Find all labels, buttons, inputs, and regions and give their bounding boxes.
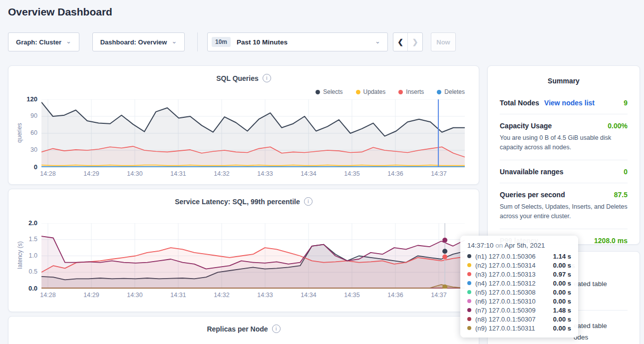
tooltip-node-row: (n4) 127.0.0.1:503120.00 s [467,279,571,288]
summary-heading: Summary [488,66,640,85]
chevron-down-icon: ⌄ [375,37,380,45]
y-axis-tick: 1.5 [9,236,37,243]
node-latency-value: 1.48 s [553,307,571,314]
chevron-left-icon: ❮ [397,38,403,46]
node-latency-value: 1.14 s [553,253,571,260]
unavailable-ranges-value: 0 [624,168,628,176]
x-axis-tick: 14:31 [170,170,186,177]
x-axis-tick: 14:32 [214,292,229,299]
node-address: (n9) 127.0.0.1:50311 [475,325,550,332]
node-latency-value: 0.97 s [553,271,571,278]
node-color-dot-icon [467,326,471,330]
time-range-label: Past 10 Minutes [237,38,370,46]
legend-dot-icon [356,90,360,94]
x-axis-tick: 14:29 [83,170,99,177]
x-axis-tick: 14:37 [431,292,446,299]
capacity-usage-label: Capacity Usage [500,122,552,130]
chevron-down-icon: ⌄ [66,37,71,45]
legend-label: Selects [323,88,342,95]
previous-time-button[interactable]: ❮ [393,33,408,51]
sql-queries-plot[interactable] [41,99,465,167]
time-step-buttons: ❮ ❯ [393,32,423,51]
view-nodes-list-link[interactable]: View nodes list [544,99,595,107]
node-address: (n3) 127.0.0.1:50313 [475,271,550,278]
y-axis-tick: 60 [9,129,37,136]
node-color-dot-icon [467,281,471,285]
node-color-dot-icon [467,263,471,267]
y-axis-tick: 0 [9,163,37,171]
graph-selector-label: Graph: Cluster [16,38,61,46]
y-axis-tick: 120 [9,95,37,103]
legend-dot-icon [316,90,320,94]
tooltip-node-row: (n6) 127.0.0.1:503100.00 s [467,297,571,306]
x-axis-tick: 14:30 [127,170,142,177]
tooltip-node-row: (n7) 127.0.0.1:503091.48 s [467,306,571,315]
queries-per-second-description: Sum of Selects, Updates, Inserts, and De… [500,202,628,222]
service-latency-chart-card: Service Latency: SQL, 99th percentile i … [8,189,479,312]
capacity-usage-description: You are using 0 B of 4.5 GiB usable disk… [500,133,628,153]
x-axis-tick: 14:30 [127,292,142,299]
x-axis-tick: 14:37 [431,170,446,177]
sql-queries-chart-title: SQL Queries [216,74,259,82]
sql-queries-chart-card: SQL Queries i SelectsUpdatesInsertsDelet… [8,65,479,185]
event-text-fragment: eated table [574,322,607,330]
dashboard-selector-dropdown[interactable]: Dashboard: Overview ⌄ [92,32,185,51]
graph-selector-dropdown[interactable]: Graph: Cluster ⌄ [8,32,79,51]
node-address: (n1) 127.0.0.1:50306 [475,253,550,260]
legend-item-deletes: Deletes [437,88,465,95]
service-latency-plot[interactable] [41,223,465,289]
dashboard-selector-label: Dashboard: Overview [100,38,167,46]
y-axis-tick: 2.0 [9,219,37,227]
x-axis-tick: 14:33 [257,292,273,299]
node-latency-value: 0.00 s [553,316,571,323]
x-axis-tick: 14:35 [344,170,359,177]
legend-label: Inserts [406,88,424,95]
y-axis-tick: 0.0 [9,285,37,292]
unavailable-ranges-label: Unavailable ranges [500,168,564,176]
node-latency-value: 0.00 s [553,280,571,287]
x-axis-tick: 14:28 [40,170,55,177]
y-axis-tick: 0.5 [9,268,37,275]
node-latency-value: 0.00 s [553,298,571,305]
next-time-button[interactable]: ❯ [408,33,422,51]
chevron-right-icon: ❯ [412,38,418,46]
tooltip-node-row: (n5) 127.0.0.1:503080.00 s [467,288,571,297]
node-address: (n8) 127.0.0.1:50307 [475,316,550,323]
legend-item-inserts: Inserts [398,88,424,95]
legend-item-selects: Selects [316,88,342,95]
node-color-dot-icon [467,317,471,321]
y-axis-tick: 90 [9,112,37,119]
info-icon[interactable]: i [263,74,271,82]
service-latency-chart-title: Service Latency: SQL, 99th percentile [175,198,300,206]
legend-label: Updates [363,88,386,95]
total-nodes-value: 9 [624,99,628,107]
node-color-dot-icon [467,299,471,303]
x-axis-tick: 14:36 [387,292,403,299]
event-text-fragment: eated table [574,280,607,288]
info-icon[interactable]: i [272,325,281,333]
summary-panel: Summary Total Nodes View nodes list 9 Ca… [487,65,640,245]
x-axis-tick: 14:33 [257,170,273,177]
queries-per-second-value: 87.5 [614,191,628,199]
legend-label: Deletes [444,88,465,95]
y-axis-tick: 30 [9,146,37,153]
tooltip-node-row: (n3) 127.0.0.1:503130.97 s [467,270,571,279]
toolbar-divider [197,32,198,51]
total-nodes-label: Total Nodes [500,99,539,107]
time-range-dropdown[interactable]: 10m Past 10 Minutes ⌄ [207,32,388,51]
node-latency-value: 0.00 s [553,289,571,296]
legend-dot-icon [437,90,441,94]
tooltip-timestamp: 14:37:10 on Apr 5th, 2021 [467,242,571,249]
x-axis-tick: 14:28 [40,292,55,299]
info-icon[interactable]: i [304,197,313,206]
tooltip-node-row: (n9) 127.0.0.1:503110.00 s [467,324,571,333]
x-axis-tick: 14:36 [387,170,403,177]
tooltip-time: 14:37:10 [467,242,494,249]
tooltip-date: Apr 5th, 2021 [504,242,545,249]
y-axis-tick: 1.0 [9,252,37,259]
tooltip-node-row: (n8) 127.0.0.1:503070.00 s [467,315,571,324]
tooltip-preposition: on [495,242,503,249]
chevron-down-icon: ⌄ [171,37,177,45]
node-address: (n7) 127.0.0.1:50309 [475,307,550,314]
now-button[interactable]: Now [431,32,456,51]
